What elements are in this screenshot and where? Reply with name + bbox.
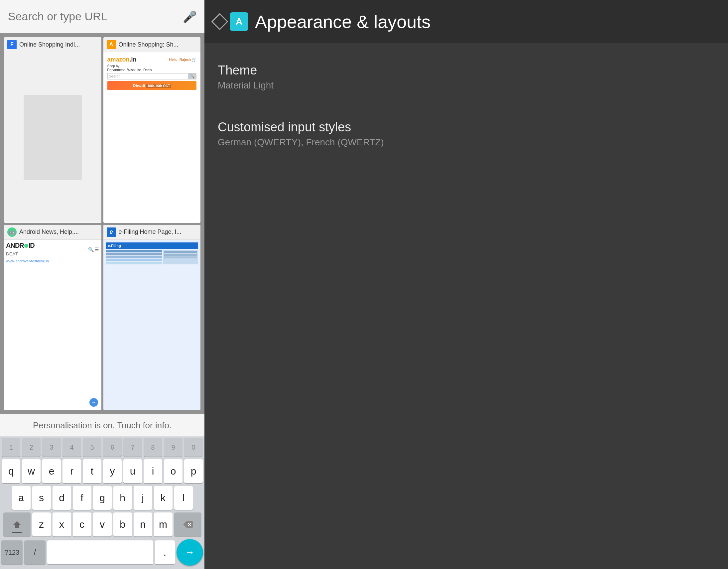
key-n[interactable]: n — [134, 512, 152, 536]
key-x[interactable]: x — [53, 512, 71, 536]
key-q[interactable]: q — [2, 459, 20, 483]
key-6[interactable]: 6 — [103, 438, 122, 457]
tab-favicon: F — [7, 40, 17, 49]
key-0[interactable]: 0 — [184, 438, 203, 457]
mic-icon[interactable]: 🎤 — [183, 10, 196, 23]
slash-key[interactable]: / — [24, 540, 46, 564]
symbols-key[interactable]: ?123 — [1, 540, 23, 564]
url-bar: 🎤 — [0, 0, 204, 33]
tab-title: e-Filing Home Page, I... — [119, 228, 182, 235]
tab-header: e e-Filing Home Page, I... — [103, 225, 201, 240]
key-r[interactable]: r — [62, 459, 81, 483]
tab-card[interactable]: F Online Shopping Indi... — [4, 37, 101, 223]
key-l[interactable]: l — [174, 486, 193, 510]
diamond-icon — [211, 13, 228, 30]
key-j[interactable]: j — [134, 486, 152, 510]
key-3[interactable]: 3 — [42, 438, 61, 457]
tab-content: e-Filing — [103, 240, 201, 410]
key-w[interactable]: w — [22, 459, 41, 483]
key-5[interactable]: 5 — [83, 438, 101, 457]
key-1[interactable]: 1 — [2, 438, 20, 457]
key-b[interactable]: b — [113, 512, 132, 536]
backspace-key[interactable] — [174, 512, 201, 536]
row-qwerty: q w e r t y u i o p — [0, 458, 204, 485]
customised-input-setting[interactable]: Customised input styles German (QWERTY),… — [218, 113, 715, 154]
browser-tabs: F Online Shopping Indi... A Online Shopp… — [0, 33, 204, 414]
key-9[interactable]: 9 — [164, 438, 182, 457]
key-a[interactable]: a — [12, 486, 31, 510]
shift-key[interactable] — [3, 512, 31, 536]
tab-title: Online Shopping: Sh... — [119, 41, 179, 48]
key-g[interactable]: g — [93, 486, 112, 510]
key-t[interactable]: t — [83, 459, 101, 483]
url-input[interactable] — [8, 10, 179, 23]
personalisation-text: Personalisation is on. Touch for info. — [33, 420, 172, 431]
keyboard-app-icon: A — [230, 12, 248, 31]
key-y[interactable]: y — [103, 459, 122, 483]
key-s[interactable]: s — [32, 486, 51, 510]
page-title: Appearance & layouts — [255, 11, 430, 32]
key-k[interactable]: k — [154, 486, 173, 510]
left-panel: 🎤 F Online Shopping Indi... A Online Sho… — [0, 0, 204, 569]
personalisation-bar[interactable]: Personalisation is on. Touch for info. — [0, 414, 204, 437]
customised-input-subtitle: German (QWERTY), French (QWERTZ) — [218, 137, 715, 148]
right-panel: A Appearance & layouts Theme Material Li… — [204, 0, 728, 569]
key-4[interactable]: 4 — [62, 438, 81, 457]
row-zxcv: z x c v b n m — [0, 511, 204, 538]
key-f[interactable]: f — [73, 486, 91, 510]
tab-card[interactable]: e e-Filing Home Page, I... e-Filing — [103, 225, 201, 410]
tab-favicon: A — [107, 40, 116, 49]
tab-favicon: e — [107, 227, 116, 237]
key-z[interactable]: z — [32, 512, 51, 536]
tab-header: F Online Shopping Indi... — [4, 37, 101, 52]
key-d[interactable]: d — [53, 486, 71, 510]
key-2[interactable]: 2 — [22, 438, 41, 457]
tab-title: Android News, Help,... — [19, 228, 79, 235]
key-o[interactable]: o — [164, 459, 182, 483]
theme-title: Theme — [218, 63, 715, 77]
keyboard: 1 2 3 4 5 6 7 8 9 0 q w e r t y u i o p … — [0, 437, 204, 569]
row-asdf: a s d f g h j k l — [0, 485, 204, 511]
key-u[interactable]: u — [123, 459, 142, 483]
tab-card[interactable]: A Online Shopping: Sh... amazon.in Hello… — [103, 37, 201, 223]
right-header: A Appearance & layouts — [204, 0, 728, 43]
key-h[interactable]: h — [113, 486, 132, 510]
settings-list: Theme Material Light Customised input st… — [204, 43, 728, 569]
number-row: 1 2 3 4 5 6 7 8 9 0 — [0, 437, 204, 458]
tab-header: A Online Shopping: Sh... — [103, 37, 201, 52]
key-e[interactable]: e — [42, 459, 61, 483]
bottom-row: ?123 / . → — [0, 538, 204, 569]
key-i[interactable]: i — [144, 459, 162, 483]
tab-favicon: 🤖 — [7, 227, 17, 237]
key-c[interactable]: c — [73, 512, 91, 536]
key-8[interactable]: 8 — [144, 438, 162, 457]
theme-setting[interactable]: Theme Material Light — [218, 57, 715, 97]
keyboard-app-letter: A — [236, 16, 242, 27]
customised-input-title: Customised input styles — [218, 120, 715, 134]
key-7[interactable]: 7 — [123, 438, 142, 457]
space-key[interactable] — [47, 540, 153, 564]
tab-content — [4, 52, 101, 222]
tab-content: ANDRID BEAT 🔍 ☰ www.landrover-testdrive.… — [4, 240, 101, 410]
key-v[interactable]: v — [93, 512, 112, 536]
period-key[interactable]: . — [155, 540, 175, 564]
tab-card[interactable]: 🤖 Android News, Help,... ANDRID BEAT 🔍 ☰… — [4, 225, 101, 410]
svg-marker-0 — [13, 521, 21, 528]
tab-content: amazon.in Hello, Rajesh 🛒 Shop by Depart… — [103, 52, 201, 222]
theme-subtitle: Material Light — [218, 80, 715, 91]
tab-title: Online Shopping Indi... — [19, 41, 80, 48]
key-m[interactable]: m — [154, 512, 173, 536]
go-key[interactable]: → — [177, 539, 203, 566]
header-icons: A — [214, 12, 248, 31]
key-p[interactable]: p — [184, 459, 203, 483]
tab-header: 🤖 Android News, Help,... — [4, 225, 101, 240]
